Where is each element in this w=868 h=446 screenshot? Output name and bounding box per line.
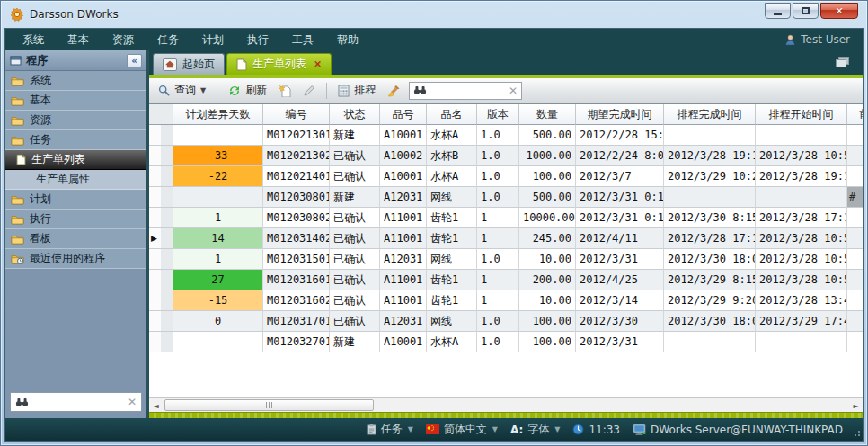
grid-column-header[interactable]: 期望完成时间 [576,104,664,125]
sidebar-item[interactable]: 资源 [5,111,146,130]
new-button[interactable] [275,83,295,99]
grid-row[interactable]: 1M012031501已确认A12031网线1.010.002012/3/312… [149,249,863,270]
cell-diff: 1 [173,208,263,228]
current-user[interactable]: Test User [784,33,857,46]
cell-expected: 2012/4/25 [576,270,664,290]
row-indicator [149,249,173,270]
cell-number: M012030802 [263,208,330,228]
sidebar-search-clear-icon[interactable]: ✕ [128,396,137,408]
scroll-right-arrow-icon[interactable]: ► [849,399,863,412]
cell-number: M012030801 [263,187,330,208]
refresh-button[interactable]: 刷新 [225,81,270,100]
grid-row[interactable]: -33M012021302已确认A10002水杯B1.01000.002012/… [149,146,863,166]
cell-version: 1.0 [477,146,519,166]
menu-item[interactable]: 执行 [235,29,280,50]
grid-row[interactable]: 0M012031701已确认A12031网线1.0100.002012/3/30… [149,311,863,332]
grid-column-header[interactable]: 编号 [263,104,330,125]
grid-column-header[interactable]: 排程开始时间 [756,104,847,125]
grid-column-header[interactable]: 排程完成时间 [664,104,756,125]
grid-row[interactable]: 27M012031601已确认A11001齿轮11200.002012/4/25… [149,270,863,290]
grid-column-header[interactable]: 计划差异天数 [173,104,263,125]
folder-icon [11,95,24,106]
statusbar-language[interactable]: 简体中文 ▼ [426,422,498,437]
search-icon [158,85,170,96]
menu-item[interactable]: 任务 [146,29,190,50]
clean-button[interactable] [384,83,404,99]
query-dropdown-icon[interactable]: ▼ [200,86,206,94]
cell-number: M012021301 [263,125,330,146]
menu-item[interactable]: 系统 [11,29,56,50]
cell-status: 已确认 [330,290,380,311]
cell-item_name: 网线 [427,249,477,270]
query-label: 查询 [174,83,196,98]
sidebar-item[interactable]: 生产单属性 [5,170,146,190]
main-area: 程序 « 系统基本资源任务生产单列表生产单属性计划执行看板最近使用的程序 ✕ [5,50,863,418]
toolbar-separator [326,83,327,99]
minimize-button[interactable] [765,3,791,19]
query-button[interactable]: 查询 ▼ [155,81,209,100]
sidebar-item[interactable]: 执行 [5,210,146,229]
sidebar-search-input[interactable] [32,396,124,408]
menu-bar: 系统基本资源任务计划执行工具帮助 Test User [5,29,863,50]
menu-item[interactable]: 资源 [101,29,146,50]
tab-start-page[interactable]: 起始页 [153,53,225,75]
grid-row[interactable]: M012030801新建A12031网线1.0500.002012/3/31 0… [149,187,863,208]
sidebar-item[interactable]: 基本 [5,91,146,111]
toolbar-separator [217,83,217,99]
menu-item[interactable]: 工具 [280,29,325,50]
horizontal-scrollbar[interactable]: ◄ ► [149,397,863,412]
toolbar-search-input[interactable] [430,85,505,97]
minimize-icon [774,13,782,15]
sidebar-item[interactable]: 生产单列表 [5,150,146,170]
cell-sched_end: 2012/3/30 18:00 [664,249,756,270]
flag-icon [426,424,439,434]
sidebar-item[interactable]: 看板 [5,229,146,249]
cell-diff: 14 [173,228,263,249]
menu-item[interactable]: 计划 [190,29,235,50]
menu-item[interactable]: 帮助 [325,29,370,50]
grid-row[interactable]: ▶14M012031402已确认A11001齿轮11245.002012/4/1… [149,228,863,249]
grid-row[interactable]: -15M012031602已确认A11001齿轮1110.002012/3/14… [149,290,863,311]
cell-item_name: 水杯A [427,166,477,187]
sidebar-item[interactable]: 计划 [5,190,146,210]
cell-item_no: A11001 [380,270,427,290]
grid-column-header[interactable]: 前 [847,104,863,125]
toolbar-search-clear-icon[interactable]: ✕ [509,85,518,97]
tab-production-order-list[interactable]: 生产单列表 ✕ [226,53,332,75]
grid-column-header[interactable]: 数量 [519,104,576,125]
cell-overflow_marker [847,146,863,166]
grid-row[interactable]: -22M012021401已确认A10001水杯A1.0100.002012/3… [149,166,863,187]
schedule-button[interactable]: 排程 [334,81,379,100]
menu-item[interactable]: 基本 [56,29,101,50]
grid-column-header[interactable]: 版本 [477,104,519,125]
tab-close-icon[interactable]: ✕ [314,58,322,70]
row-indicator [149,146,173,166]
statusbar-font[interactable]: A: 字体 ▼ [510,422,560,437]
close-button[interactable]: ✕ [820,3,858,19]
grid-row[interactable]: 1M012030802已确认A11001齿轮1110000.002012/3/3… [149,208,863,228]
cell-sched_start: 2012/3/28 19:10 [756,166,847,187]
server-label: DWorks Server@FUNWAY-THINKPAD [651,424,843,436]
scroll-left-arrow-icon[interactable]: ◄ [149,399,163,412]
resize-grip[interactable] [853,431,860,438]
grid-column-header[interactable]: 品号 [380,104,427,125]
grid-row[interactable]: M012021301新建A10001水杯A1.0500.002012/2/28 … [149,125,863,146]
statusbar-tasks[interactable]: 任务 ▼ [367,422,413,437]
window-list-icon[interactable] [836,57,850,67]
cell-number: M012031601 [263,270,330,290]
sidebar-item[interactable]: 任务 [5,130,146,150]
grid-row[interactable]: M012032701新建A10001水杯A1.0100.002012/3/31 [149,332,863,352]
edit-button[interactable] [299,83,319,99]
sidebar-item[interactable]: 最近使用的程序 [5,249,146,269]
grid-column-header[interactable]: 品名 [427,104,477,125]
sidebar-item-label: 生产单列表 [31,152,85,167]
cell-overflow_marker [847,270,863,290]
sidebar-collapse-button[interactable]: « [127,54,142,67]
grid-column-header[interactable]: 状态 [330,104,380,125]
cell-sched_end: 2012/3/29 10:20 [664,166,756,187]
cell-expected: 2012/3/30 [576,311,664,332]
sidebar-item[interactable]: 系统 [5,71,146,91]
scrollbar-thumb[interactable] [164,399,374,411]
cell-number: M012031402 [263,228,330,249]
maximize-button[interactable] [793,3,819,19]
